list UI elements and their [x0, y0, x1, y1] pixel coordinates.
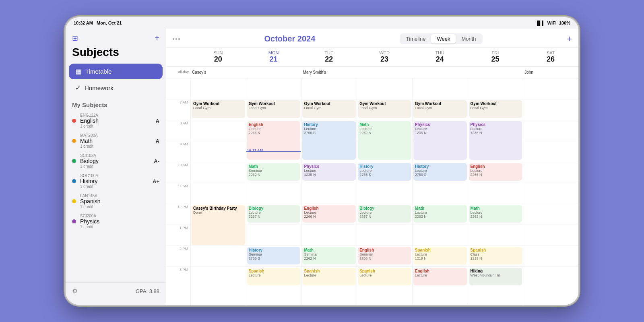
event-math-lecture-thu[interactable]: Math Lecture 2262 N: [413, 205, 467, 223]
day-header-fri: FRI 25: [468, 48, 523, 66]
sidebar-toggle-icon[interactable]: ⊞: [72, 34, 78, 43]
time-slot-3pm: 3 PM: [166, 266, 190, 287]
fri-slot-3: Hiking West Mountain Hill: [468, 266, 523, 287]
event-english-seminar-wed[interactable]: English Seminar 2266 N: [358, 247, 411, 264]
subject-item-spanish[interactable]: LAN145A Spanish 1 credit: [66, 191, 166, 211]
history-dot: [72, 179, 76, 183]
math-name: Math: [80, 138, 156, 144]
allday-event-caseys[interactable]: Casey's: [190, 69, 246, 76]
sidebar-item-homework[interactable]: ✓ Homework: [69, 80, 163, 96]
time-header-spacer: [166, 48, 190, 66]
fri-slot-12: Math Lecture 2262 N: [468, 204, 523, 225]
event-spanish-lecture-thu[interactable]: Spanish Lecture 1219 N: [413, 247, 467, 264]
event-history-lecture-thu[interactable]: History Lecture 2756 S: [413, 163, 467, 181]
event-math-lecture-fri[interactable]: Math Lecture 2262 N: [469, 205, 522, 223]
calendar-header: October 2024 Timeline Week Month +: [166, 29, 578, 48]
event-caseys-party[interactable]: Casey's Birthday Party Dorm: [192, 205, 245, 245]
math-dot: [72, 139, 76, 143]
fri-slot-10: English Lecture 2266 N: [468, 162, 523, 183]
event-english-thu[interactable]: English Lecture: [413, 268, 467, 285]
my-subjects-label: My Subjects: [66, 97, 166, 111]
event-spanish-tue[interactable]: Spanish Lecture: [302, 268, 356, 285]
fri-slot-8: Physics Lecture 1235 N: [468, 120, 523, 141]
spanish-dot: [72, 199, 76, 203]
tue-slot-12: English Lecture 2266 N: [301, 204, 357, 225]
days-header: SUN 20 MON 21 TUE 22 WED 23 THU 24: [166, 48, 578, 67]
calendar-add-button[interactable]: +: [567, 34, 572, 44]
wifi-icon: WiFi: [547, 21, 557, 25]
biology-name: Biology: [80, 158, 154, 164]
mon-slot-2: History Seminar 2756 S: [246, 246, 301, 266]
event-physics-lecture-fri[interactable]: Physics Lecture 1235 N: [469, 121, 522, 160]
event-english-lecture-tue[interactable]: English Lecture 2266 N: [302, 205, 356, 223]
add-subject-button[interactable]: +: [155, 33, 159, 43]
history-grade: A+: [153, 178, 159, 184]
math-grade: A: [156, 138, 159, 144]
subject-item-math[interactable]: MAT200A Math 1 credit A: [66, 131, 166, 151]
event-gym-thu[interactable]: Gym Workout Local Gym: [413, 100, 467, 118]
event-gym-tue[interactable]: Gym Workout Local Gym: [302, 100, 356, 118]
mon-slot-8: English Lecture 2266 N: [246, 120, 301, 141]
event-gym-mon[interactable]: Gym Workout Local Gym: [247, 100, 301, 118]
wed-slot-10: History Lecture 2756 S: [357, 162, 412, 183]
wed-slot-6: [357, 78, 412, 99]
event-english-mon[interactable]: English Lecture 2266 N: [247, 121, 301, 160]
subject-item-biology[interactable]: SCI102A Biology 1 credit A-: [66, 151, 166, 171]
event-history-lecture-tue[interactable]: History Lecture 2756 S: [302, 121, 356, 160]
day-abbr-thu: THU: [435, 50, 444, 55]
history-info: SOC100A History 1 credit: [80, 173, 153, 189]
event-biology-lecture-wed[interactable]: Biology Lecture 2267 N: [358, 205, 411, 223]
wed-slot-2: English Seminar 2266 N: [357, 246, 412, 266]
subject-item-physics[interactable]: SCI200A Physics 1 credit: [66, 211, 166, 231]
event-math-seminar-mon[interactable]: Math Seminar 2262 N: [247, 163, 301, 181]
event-english-lecture-fri[interactable]: English Lecture 2266 N: [469, 163, 522, 181]
day-col-sat: [523, 78, 578, 305]
sidebar-item-timetable[interactable]: ▦ Timetable: [69, 64, 163, 79]
day-abbr-tue: TUE: [324, 50, 333, 55]
event-math-lecture-wed[interactable]: Math Lecture 2262 N: [358, 121, 411, 160]
fri-slot-7: Gym Workout Local Gym: [468, 99, 523, 120]
wed-slot-7: Gym Workout Local Gym: [357, 99, 412, 120]
subject-item-english[interactable]: ENG122A English 1 credit A: [66, 111, 166, 131]
english-name: English: [80, 118, 156, 124]
event-spanish-class-fri[interactable]: Spanish Class 1219 N: [469, 247, 522, 264]
settings-icon[interactable]: ⚙: [72, 287, 78, 295]
event-gym-sun[interactable]: Gym Workout Local Gym: [192, 100, 245, 118]
event-biology-lecture-mon[interactable]: Biology Lecture 2267 N: [247, 205, 301, 223]
tue-slot-1: [301, 225, 357, 246]
allday-event-john[interactable]: John: [523, 69, 578, 76]
gpa-label: GPA: 3.88: [136, 288, 159, 294]
allday-label: all-day: [166, 68, 190, 76]
event-physics-lecture-tue[interactable]: Physics Lecture 1235 N: [302, 163, 356, 181]
day-col-wed: Gym Workout Local Gym Math Lecture 2262 …: [357, 78, 412, 305]
sun-slot-6: [191, 78, 246, 99]
tue-slot-8: History Lecture 2756 S: [301, 120, 357, 141]
time-slot-11am: 11 AM: [166, 183, 190, 204]
event-physics-lecture-thu[interactable]: Physics Lecture 1235 N: [413, 121, 467, 160]
event-gym-fri[interactable]: Gym Workout Local Gym: [469, 100, 522, 118]
event-spanish-wed[interactable]: Spanish Lecture: [358, 268, 411, 285]
view-btn-timeline[interactable]: Timeline: [400, 34, 431, 43]
allday-event-marysmith[interactable]: Mary Smith's: [301, 69, 357, 76]
view-btn-week[interactable]: Week: [431, 34, 456, 43]
tue-slot-10: Physics Lecture 1235 N: [301, 162, 357, 183]
thu-slot-3: English Lecture: [413, 266, 468, 287]
view-btn-month[interactable]: Month: [456, 34, 481, 43]
event-gym-wed[interactable]: Gym Workout Local Gym: [358, 100, 411, 118]
sun-slot-12: Casey's Birthday Party Dorm: [191, 204, 246, 225]
english-credit: 1 credit: [80, 124, 156, 128]
homework-icon: ✓: [75, 84, 80, 92]
day-col-tue: Gym Workout Local Gym History Lecture 27…: [301, 78, 357, 305]
dots-menu[interactable]: [173, 38, 180, 40]
time-slot-12pm: 12 PM: [166, 204, 190, 225]
event-math-seminar-tue[interactable]: Math Seminar 2262 N: [302, 247, 356, 264]
event-spanish-mon[interactable]: Spanish Lecture: [247, 268, 301, 285]
event-history-seminar-mon[interactable]: History Seminar 2756 S: [247, 247, 301, 264]
event-history-lecture-wed[interactable]: History Lecture 2756 S: [358, 163, 411, 181]
subject-item-history[interactable]: SOC100A History 1 credit A+: [66, 171, 166, 191]
sat-slot-10: [523, 162, 578, 183]
allday-event-fri: [468, 71, 523, 73]
event-hiking-fri[interactable]: Hiking West Mountain Hill: [469, 268, 522, 285]
allday-event-thu: [412, 71, 468, 73]
wed-slot-8: Math Lecture 2262 N: [357, 120, 412, 141]
